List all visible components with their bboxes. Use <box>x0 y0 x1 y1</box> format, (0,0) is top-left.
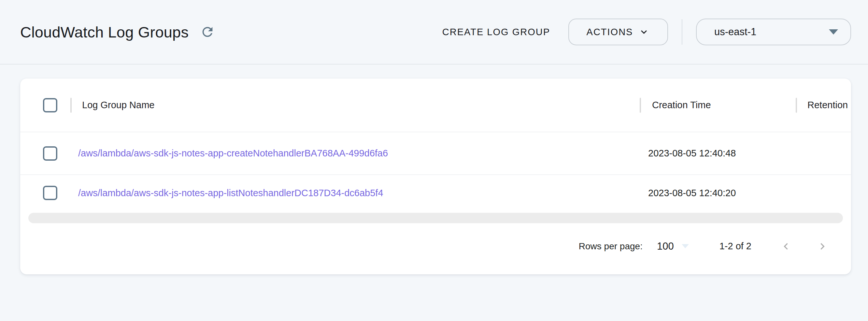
table-row: /aws/lambda/aws-sdk-js-notes-app-listNot… <box>20 174 851 211</box>
region-select[interactable]: us-east-1 <box>696 19 851 45</box>
column-header-creation-time[interactable]: Creation Time <box>641 100 796 111</box>
caret-down-icon <box>829 29 838 34</box>
region-select-value: us-east-1 <box>714 26 756 38</box>
row-checkbox[interactable] <box>43 146 57 160</box>
row-checkbox-cell <box>20 146 70 160</box>
caret-down-icon <box>682 244 689 248</box>
chevron-down-icon <box>638 26 650 38</box>
log-group-link[interactable]: /aws/lambda/aws-sdk-js-notes-app-listNot… <box>78 188 383 198</box>
table-header-row: Log Group Name Creation Time Retention <box>20 79 851 132</box>
rows-per-page-select[interactable]: 100 <box>657 240 674 252</box>
rows-per-page-label: Rows per page: <box>579 241 643 252</box>
row-checkbox[interactable] <box>43 186 57 200</box>
log-group-name-cell: /aws/lambda/aws-sdk-js-notes-app-listNot… <box>70 188 640 199</box>
header-actions: CREATE LOG GROUP ACTIONS us-east-1 <box>434 19 851 45</box>
table-row: /aws/lambda/aws-sdk-js-notes-app-createN… <box>20 132 851 174</box>
next-page-button[interactable] <box>814 238 831 255</box>
page-title: CloudWatch Log Groups <box>20 23 189 41</box>
refresh-icon <box>200 24 215 39</box>
toolbar-divider <box>682 19 682 45</box>
title-wrap: CloudWatch Log Groups <box>20 23 217 41</box>
log-groups-card: Log Group Name Creation Time Retention /… <box>20 79 851 274</box>
log-group-name-cell: /aws/lambda/aws-sdk-js-notes-app-createN… <box>70 148 640 159</box>
previous-page-button[interactable] <box>777 238 795 255</box>
header-toolbar: CloudWatch Log Groups CREATE LOG GROUP A… <box>0 0 868 64</box>
row-checkbox-cell <box>20 186 70 200</box>
actions-dropdown-button[interactable]: ACTIONS <box>568 19 668 45</box>
create-log-group-button[interactable]: CREATE LOG GROUP <box>434 20 559 44</box>
horizontal-scrollbar <box>20 211 851 225</box>
creation-time-cell: 2023-08-05 12:40:20 <box>640 188 795 199</box>
column-header-retention[interactable]: Retention <box>797 100 851 111</box>
chevron-left-icon <box>779 240 793 253</box>
actions-button-label: ACTIONS <box>587 27 633 37</box>
horizontal-scrollbar-thumb[interactable] <box>28 213 843 223</box>
log-group-link[interactable]: /aws/lambda/aws-sdk-js-notes-app-createN… <box>78 148 388 158</box>
chevron-right-icon <box>816 240 829 253</box>
select-all-checkbox[interactable] <box>43 98 57 112</box>
refresh-button[interactable] <box>198 23 217 41</box>
pagination-bar: Rows per page: 100 1-2 of 2 <box>20 225 851 274</box>
column-header-log-group-name[interactable]: Log Group Name <box>72 100 640 111</box>
pagination-range-label: 1-2 of 2 <box>719 241 751 252</box>
creation-time-cell: 2023-08-05 12:40:48 <box>640 148 795 159</box>
select-all-cell <box>20 98 70 112</box>
main-content: Log Group Name Creation Time Retention /… <box>0 64 868 274</box>
